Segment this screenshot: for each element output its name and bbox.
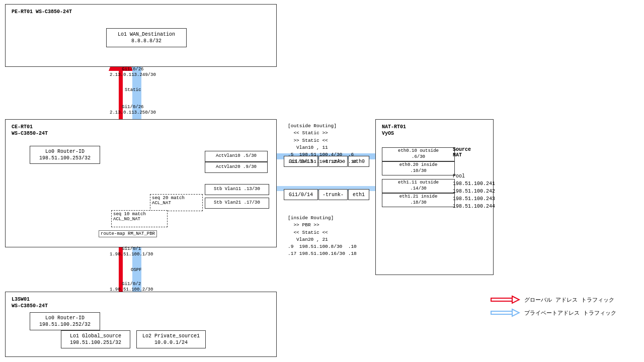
pool-label: Pool198.51.100.241198.51.100.242198.51.1… <box>453 172 495 210</box>
l3sw-lo2-label: Lo2 Private_source110.0.0.1/24 <box>142 333 200 346</box>
svg-marker-11 <box>512 296 519 303</box>
actvlan20-label: ActVlan20 .9/30 <box>216 164 257 170</box>
stb-vlan11-label: Stb Vlan11 .13/30 <box>214 187 260 193</box>
ospf-label: OSPF <box>131 267 142 273</box>
stb-vlan21-label: Stb Vlan21 .17/30 <box>214 200 260 206</box>
seq20-label: seq 20 matchACL_NAT <box>152 196 185 206</box>
actvlan10-box: ActVlan10 .5/30 <box>205 151 268 162</box>
nat-rt01-label: NAT-RT01VyOS <box>382 124 406 137</box>
actvlan10-label: ActVlan10 .5/30 <box>216 153 257 159</box>
ce-gi101-label: Gi1/0/11.98.51.100.1/30 <box>110 246 153 257</box>
seq10-box: seq 10 matchACL_NO_NAT <box>111 210 168 227</box>
l3sw-lo2-box: Lo2 Private_source110.0.0.1/24 <box>136 330 206 348</box>
legend: グローバル アドレス トラフィック プライベートアドレス トラフィック <box>490 295 616 321</box>
svg-rect-10 <box>491 298 512 301</box>
l3sw-lo0-box: Lo0 Router-ID198.51.100.252/32 <box>30 312 100 330</box>
private-legend-label: プライベートアドレス トラフィック <box>524 309 616 317</box>
eth1-box: eth1 <box>348 189 369 200</box>
wan-destination-box: Lo1 WAN_Destination8.8.8.8/32 <box>106 28 187 47</box>
ce-lo0-box: Lo0 Router-ID198.51.100.253/32 <box>30 146 100 164</box>
actvlan20-box: ActVlan20 .9/30 <box>205 162 268 173</box>
private-legend-item: プライベートアドレス トラフィック <box>490 308 616 318</box>
eth010-outside-box: eth0.10 outside.6/30 <box>382 147 455 161</box>
ce-rt01-label: CE-RT01WS-C3850-24T <box>12 124 48 137</box>
inside-routing-text: [inside Routing] >> PBR >> << Static << … <box>288 215 357 258</box>
eth121-inside-label: eth1.21 inside.18/30 <box>399 194 438 206</box>
routemap-label: route-map RM_NAT_PBR <box>99 230 157 237</box>
pe-rt01-box: PE-RT01 WS-C3850-24T Lo1 WAN_Destination… <box>5 4 277 67</box>
eth121-inside-box: eth1.21 inside.18/30 <box>382 193 455 207</box>
eth020-inside-box: eth0.20 inside.10/30 <box>382 161 455 175</box>
global-legend-label: グローバル アドレス トラフィック <box>524 296 614 304</box>
l3sw-lo0-label: Lo0 Router-ID198.51.100.252/32 <box>39 315 91 328</box>
trunk2-box: -trunk- <box>318 189 348 200</box>
global-legend-item: グローバル アドレス トラフィック <box>490 295 616 305</box>
stb-vlan11-box: Stb Vlan11 .13/30 <box>205 184 269 195</box>
wan-destination-label: Lo1 WAN_Destination8.8.8.8/32 <box>118 31 175 44</box>
ce-lo0-label: Lo0 Router-ID198.51.100.253/32 <box>39 148 91 161</box>
eth111-outside-label: eth1.11 outside.14/30 <box>398 180 439 192</box>
static-label: Static <box>125 87 141 93</box>
eth111-outside-box: eth1.11 outside.14/30 <box>382 179 455 193</box>
outside-routing-text: [outside Routing] << Static >> >> Static… <box>288 123 357 166</box>
l3sw-lo1-box: Lo1 Global_source198.51.100.251/32 <box>61 330 130 348</box>
ce-gi1026-label: Gi1/0/262.13.0.113.250/30 <box>110 105 156 116</box>
ce-rt01-box: CE-RT01WS-C3850-24T Lo0 Router-ID198.51.… <box>5 119 277 247</box>
seq10-label: seq 10 matchACL_NO_NAT <box>113 212 146 222</box>
eth020-inside-label: eth0.20 inside.10/30 <box>399 162 438 174</box>
source-nat-label: SourceNAT <box>453 147 471 158</box>
gi1014-box: Gi1/0/14 <box>284 189 318 200</box>
pe-gi1026-label: Gi1/0/262.13.0.113.249/30 <box>110 67 156 78</box>
l3sw-gi102-label: Gi1/0/21.98.51.100.2/30 <box>110 282 153 293</box>
eth010-outside-label: eth0.10 outside.6/30 <box>398 148 439 160</box>
seq20-box: seq 20 matchACL_NAT <box>150 194 203 211</box>
l3sw01-label: L3SW01WS-C3850-24T <box>12 296 48 309</box>
svg-marker-13 <box>512 309 519 316</box>
svg-rect-12 <box>491 311 512 314</box>
stb-vlan21-box: Stb Vlan21 .17/30 <box>205 198 269 209</box>
l3sw01-box: L3SW01WS-C3850-24T Lo0 Router-ID198.51.1… <box>5 292 277 357</box>
pe-rt01-label: PE-RT01 WS-C3850-24T <box>12 9 72 15</box>
gi1014-row: Gi1/0/14 -trunk- eth1 <box>284 189 369 200</box>
l3sw-lo1-label: Lo1 Global_source198.51.100.251/32 <box>70 333 121 346</box>
